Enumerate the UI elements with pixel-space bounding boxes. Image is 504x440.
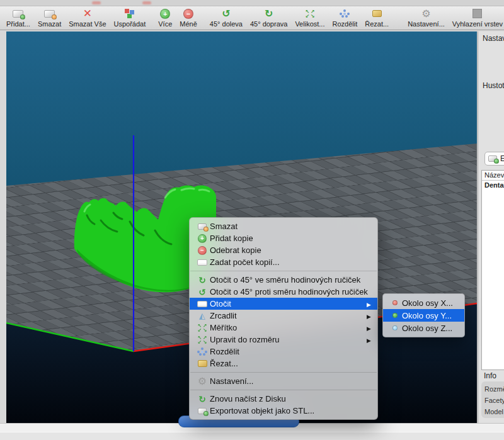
axis-x-dot-icon xyxy=(392,300,398,305)
menu-item-odebrat-kopie[interactable]: − Odebrat kopie xyxy=(190,244,377,256)
toolbar-label: Méně xyxy=(180,20,197,28)
info-label: Info xyxy=(484,371,496,380)
submenu-item-label: Okolo osy Y... xyxy=(402,311,459,320)
toolbar-cut-button[interactable]: Řezat... xyxy=(361,6,392,30)
cut-icon xyxy=(198,360,207,367)
toolbar: Přidat... Smazat ✕ Smazat Vše Uspořádat … xyxy=(0,6,504,30)
toolbar-layer-smoothing-button[interactable]: Vyhlazení vrstev xyxy=(449,6,504,30)
toolbar-label: Uspořádat xyxy=(114,20,146,28)
rotate-ccw-icon: ↺ xyxy=(198,288,206,296)
rotate-cw-icon: ↻ xyxy=(198,276,206,285)
menu-item-label: Otočit o 45° proti směru hodinových ruči… xyxy=(210,287,371,296)
menu-item-exportovat-stl[interactable]: Exportovat objekt jako STL... xyxy=(190,405,377,417)
plus-circle-icon: + xyxy=(198,234,207,243)
submenu-item-okolo-osy-x[interactable]: Okolo osy X... xyxy=(383,296,464,309)
object-list[interactable]: Název Dental_ xyxy=(481,170,504,370)
context-menu: Smazat + Přidat kopie − Odebrat kopie Za… xyxy=(189,217,378,420)
toolbar-add-button[interactable]: Přidat... xyxy=(3,6,34,30)
toolbar-delete-all-button[interactable]: ✕ Smazat Vše xyxy=(65,6,110,30)
more-icon: + xyxy=(160,9,170,19)
menu-item-label: Odebrat kopie xyxy=(210,245,371,255)
menu-item-label: Zrcadlit xyxy=(210,311,365,320)
menu-item-label: Zadat počet kopií... xyxy=(210,257,371,267)
toolbar-rotate-right-button[interactable]: ↻ 45° doprava xyxy=(246,6,291,30)
object-info-box: Rozměry Facety Model xyxy=(481,381,504,418)
toolbar-fewer-button[interactable]: − Méně xyxy=(176,6,201,30)
menu-item-smazat[interactable]: Smazat xyxy=(190,220,377,232)
part-delete-icon xyxy=(198,223,207,230)
menu-item-nastaveni[interactable]: ⚙ Nastavení... xyxy=(190,375,377,387)
submenu-item-okolo-osy-z[interactable]: Okolo osy Z... xyxy=(383,322,464,334)
rotate-submenu: Okolo osy X... Okolo osy Y... Okolo osy … xyxy=(382,293,465,337)
menu-item-label: Měřítko xyxy=(210,323,365,332)
toolbar-label: Řezat... xyxy=(365,20,389,28)
menu-separator xyxy=(190,271,377,271)
toolbar-label: Více xyxy=(158,20,172,28)
axis-y-dot-icon xyxy=(392,313,398,318)
menu-item-label: Znovu načíst z Disku xyxy=(210,394,371,403)
density-label: Hustota xyxy=(483,81,504,90)
toolbar-more-button[interactable]: + Více xyxy=(154,6,176,30)
bottom-bar xyxy=(0,432,504,440)
export-button-label: Exportovat xyxy=(500,154,504,163)
submenu-item-okolo-osy-y[interactable]: Okolo osy Y... xyxy=(383,309,464,322)
toolbar-label: 45° doleva xyxy=(210,20,243,28)
menu-item-label: Rozdělit xyxy=(210,347,371,356)
menu-item-zrcadlit[interactable]: Zrcadlit xyxy=(190,310,377,322)
info-row-model: Model xyxy=(484,406,504,417)
menu-item-otocit[interactable]: Otočit xyxy=(190,298,377,310)
white-rect-icon xyxy=(197,259,207,266)
menu-item-label: Nastavení... xyxy=(210,376,371,386)
minus-circle-icon: − xyxy=(198,246,207,255)
right-settings-panel: Nastavení Hustota Exportovat Název Denta… xyxy=(478,31,504,423)
white-rect-icon xyxy=(197,301,207,307)
menu-item-label: Smazat xyxy=(210,222,371,231)
toolbar-delete-button[interactable]: Smazat xyxy=(34,6,65,30)
part-add-icon xyxy=(13,10,23,18)
submenu-arrow-icon xyxy=(365,323,371,332)
menu-item-rezat[interactable]: Řezat... xyxy=(190,358,377,369)
object-list-row[interactable]: Dental_ xyxy=(482,181,504,190)
menu-item-label: Exportovat objekt jako STL... xyxy=(210,406,371,415)
split-icon xyxy=(340,9,350,18)
cutoff-icon-smudge xyxy=(142,1,151,4)
toolbar-label: Přidat... xyxy=(6,20,30,28)
gear-icon: ⚙ xyxy=(421,9,430,19)
scale-icon xyxy=(305,9,314,18)
print-settings-label: Nastavení xyxy=(483,34,504,43)
submenu-item-label: Okolo osy Z... xyxy=(402,324,459,333)
menu-item-zadat-pocet-kopii[interactable]: Zadat počet kopií... xyxy=(190,256,377,268)
mirror-icon xyxy=(199,312,205,320)
toolbar-label: Nastavení... xyxy=(408,20,445,28)
cut-icon xyxy=(372,10,382,17)
menu-item-rozdelit[interactable]: Rozdělit xyxy=(190,346,377,358)
submenu-arrow-icon xyxy=(365,335,371,344)
scale-icon xyxy=(197,324,207,332)
menu-item-upravit-do-rozmeru[interactable]: Upravit do rozměru xyxy=(190,334,377,346)
toolbar-arrange-button[interactable]: Uspořádat xyxy=(110,6,150,30)
delete-all-icon: ✕ xyxy=(83,8,92,19)
arrange-icon xyxy=(123,8,135,19)
toolbar-split-button[interactable]: Rozdělit xyxy=(328,6,361,30)
submenu-arrow-icon xyxy=(365,311,371,320)
menu-item-otocit-45-ccw[interactable]: ↺ Otočit o 45° proti směru hodinových ru… xyxy=(190,286,377,298)
toolbar-settings-button[interactable]: ⚙ Nastavení... xyxy=(404,6,449,30)
toolbar-label: Smazat Vše xyxy=(69,20,106,28)
menu-item-label: Upravit do rozměru xyxy=(210,335,365,344)
part-delete-icon xyxy=(44,10,55,18)
info-row-facets: Facety xyxy=(484,395,504,406)
toolbar-size-button[interactable]: Velikost... xyxy=(291,6,328,30)
menu-item-meritko[interactable]: Měřítko xyxy=(190,322,377,334)
toolbar-rotate-left-button[interactable]: ↺ 45° doleva xyxy=(206,6,246,30)
object-list-header: Název xyxy=(482,171,504,181)
toolbar-label: Rozdělit xyxy=(332,20,357,28)
menu-item-znovu-nacist[interactable]: ↻ Znovu načíst z Disku xyxy=(190,393,377,405)
refresh-icon: ↻ xyxy=(198,395,206,403)
gear-icon: ⚙ xyxy=(198,376,207,386)
axis-z-dot-icon xyxy=(392,325,398,330)
menu-item-pridat-kopie[interactable]: + Přidat kopie xyxy=(190,232,377,244)
cutoff-icon-smudge xyxy=(92,1,101,4)
export-button[interactable]: Exportovat xyxy=(484,152,504,166)
layers-icon xyxy=(472,9,482,18)
menu-item-otocit-45-cw[interactable]: ↻ Otočit o 45° ve směru hodinových ručič… xyxy=(190,274,377,286)
